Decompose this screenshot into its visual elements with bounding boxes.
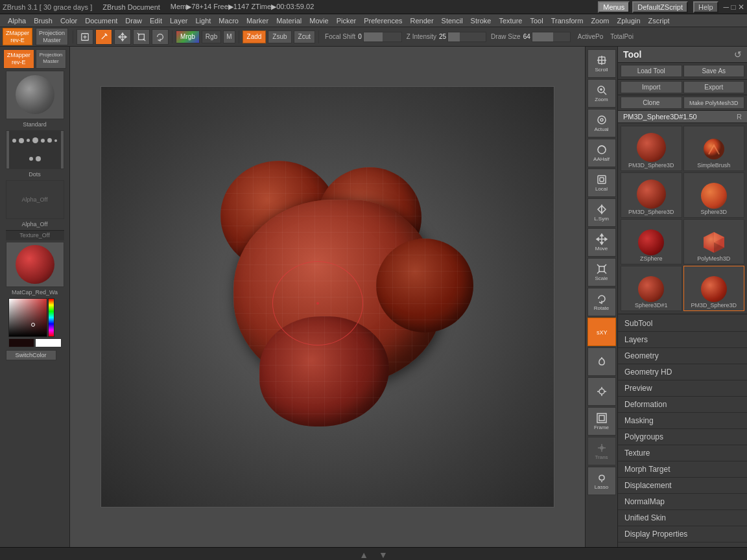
rotate-side-button[interactable]: Rotate (587, 288, 616, 316)
morph-target-menu-item[interactable]: Morph Target (618, 461, 747, 478)
make-polymesh-button[interactable]: Make PolyMesh3D (683, 97, 745, 109)
menu-zoom[interactable]: Zoom (587, 16, 613, 26)
color-picker[interactable]: SwitchColor (6, 298, 64, 360)
menu-layer[interactable]: Layer (166, 16, 192, 26)
foreground-swatch[interactable] (8, 338, 35, 347)
zoom-button[interactable]: Zoom (587, 79, 616, 108)
tool-thumb-pm3d-sphere3[interactable]: PM3D_Sphere3D (683, 266, 745, 311)
tool-thumb-sphere3d1[interactable]: Sphere3D#1 (621, 266, 682, 311)
menu-alpha[interactable]: Alpha (4, 16, 30, 26)
menu-edit[interactable]: Edit (146, 16, 166, 26)
tool-refresh-button[interactable]: ↺ (734, 49, 742, 60)
menu-movie[interactable]: Movie (305, 16, 332, 26)
zmapper-side-btn[interactable]: ZMapperrev-E (3, 49, 34, 69)
scroll-button[interactable]: Scroll (587, 49, 616, 78)
draw-button[interactable] (95, 29, 112, 45)
menu-texture[interactable]: Texture (495, 16, 526, 26)
lasso-button[interactable]: Lasso (587, 467, 616, 495)
texture-collapse-btn[interactable]: Texture_Off (6, 230, 64, 240)
clone-button[interactable]: Clone (621, 97, 682, 109)
preview-menu-item[interactable]: Preview (618, 380, 747, 397)
menus-button[interactable]: Menus (598, 1, 630, 13)
default-zscript-button[interactable]: DefaultZScript (632, 1, 688, 13)
menu-brush[interactable]: Brush (30, 16, 56, 26)
sxyz-button[interactable]: sXYZ (587, 318, 616, 346)
save-as-button[interactable]: Save As (683, 65, 745, 77)
projection-master-side-btn[interactable]: ProjectionMaster (36, 49, 67, 69)
tool-thumb-pm3d-sphere2[interactable]: PM3D_Sphere3D (621, 172, 682, 218)
polygroups-menu-item[interactable]: Polygroups (618, 429, 747, 445)
trans-button[interactable]: Trans (587, 437, 616, 465)
draw-size-slider[interactable] (532, 32, 571, 42)
background-swatch[interactable] (35, 338, 62, 347)
color-gradient[interactable] (8, 298, 47, 337)
menu-stencil[interactable]: Stencil (438, 16, 467, 26)
geometry-menu-item[interactable]: Geometry (618, 348, 747, 364)
actual-button[interactable]: Actual (587, 109, 616, 137)
menu-preferences[interactable]: Preferences (360, 16, 406, 26)
rotate-button[interactable] (152, 29, 169, 45)
geometry-hd-menu-item[interactable]: Geometry HD (618, 364, 747, 380)
menu-material[interactable]: Material (272, 16, 305, 26)
canvas-inner[interactable] (101, 86, 554, 508)
icon1-button[interactable] (587, 347, 616, 376)
subtool-menu-item[interactable]: SubTool (618, 316, 747, 332)
scale-side-button[interactable]: Scale (587, 258, 616, 286)
texture-menu-item[interactable]: Texture (618, 445, 747, 461)
local-button[interactable]: Local (587, 169, 616, 197)
canvas-area[interactable] (70, 47, 585, 547)
menu-transform[interactable]: Transform (547, 16, 587, 26)
tool-thumb-polymesh3d[interactable]: PolyMesh3D (683, 219, 745, 264)
brush-thumb[interactable] (6, 71, 64, 119)
load-tool-button[interactable]: Load Tool (621, 65, 682, 77)
zcut-button[interactable]: Zcut (294, 30, 315, 43)
menu-stroke[interactable]: Stroke (467, 16, 495, 26)
scale-button[interactable] (133, 29, 150, 45)
tool-thumb-pm3d-sphere[interactable]: PM3D_Sphere3D (621, 126, 682, 171)
normalmap-menu-item[interactable]: NormalMap (618, 494, 747, 510)
export-button[interactable]: Export (683, 81, 745, 93)
zmapper-button[interactable]: ZMapperrev-E (3, 28, 32, 46)
alpha-thumb[interactable]: Alpha_Off (6, 180, 64, 219)
menu-draw[interactable]: Draw (121, 16, 146, 26)
layers-menu-item[interactable]: Layers (618, 332, 747, 348)
projection-master-button[interactable]: ProjectionMaster (36, 28, 68, 46)
bottom-arrow-up[interactable]: ▲ (354, 550, 374, 560)
deformation-menu-item[interactable]: Deformation (618, 397, 747, 413)
import-button[interactable]: Import (621, 81, 682, 93)
tool-thumb-zsphere[interactable]: ZSphere (621, 219, 682, 264)
displacement-menu-item[interactable]: Displacement (618, 478, 747, 494)
m-button[interactable]: M (223, 30, 235, 43)
tool-name-r[interactable]: R (737, 113, 742, 121)
z-intensity-slider[interactable] (447, 32, 486, 42)
switch-color-button[interactable]: SwitchColor (6, 350, 56, 360)
rgb-button[interactable]: Rgb (202, 30, 221, 43)
zadd-button[interactable]: Zadd (243, 30, 267, 43)
lsym-button[interactable]: L.Sym (587, 198, 616, 227)
tool-thumb-sphere3d[interactable]: Sphere3D (683, 172, 745, 218)
mrgb-button[interactable]: Mrgb (176, 30, 200, 43)
hue-strip[interactable] (48, 298, 54, 337)
display-properties-menu-item[interactable]: Display Properties (618, 526, 747, 542)
unified-skin-menu-item[interactable]: Unified Skin (618, 510, 747, 526)
menu-macro[interactable]: Macro (215, 16, 243, 26)
menu-render[interactable]: Render (407, 16, 438, 26)
menu-picker[interactable]: Picker (333, 16, 361, 26)
help-button[interactable]: Help (693, 1, 718, 13)
edit-button[interactable] (77, 29, 93, 45)
menu-marker[interactable]: Marker (243, 16, 272, 26)
menu-tool[interactable]: Tool (526, 16, 547, 26)
import-menu-item[interactable]: Import (618, 542, 747, 547)
menu-zplugin[interactable]: Zplugin (613, 16, 645, 26)
zsub-button[interactable]: Zsub (268, 30, 291, 43)
menu-color[interactable]: Color (56, 16, 81, 26)
aahalf-button[interactable]: AAHalf (587, 139, 616, 167)
matcap-thumb[interactable] (6, 242, 64, 287)
move-side-button[interactable]: Move (587, 228, 616, 257)
icon2-button[interactable] (587, 377, 616, 406)
move-button[interactable] (114, 29, 131, 45)
dots-thumb[interactable] (6, 130, 64, 169)
focal-shift-slider[interactable] (363, 32, 402, 42)
bottom-arrow-down[interactable]: ▼ (374, 550, 393, 560)
menu-document[interactable]: Document (81, 16, 121, 26)
